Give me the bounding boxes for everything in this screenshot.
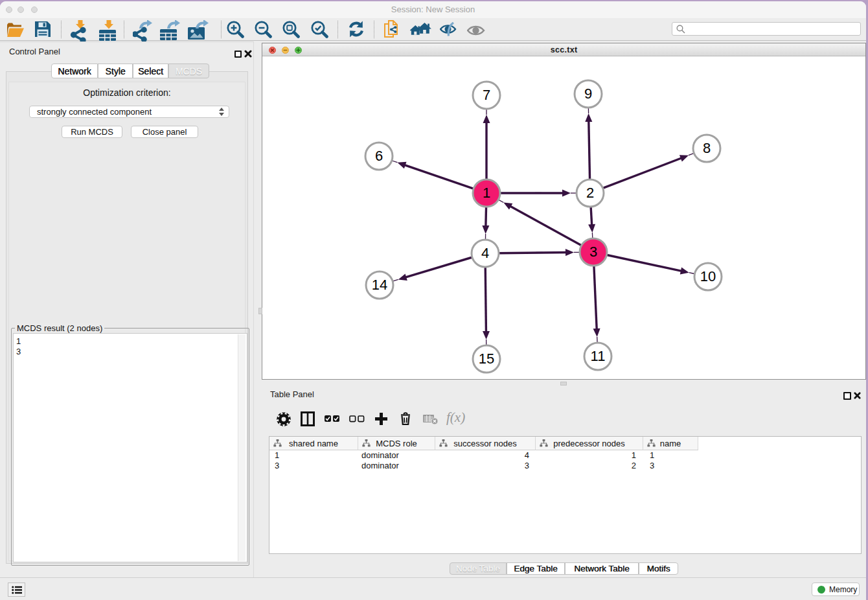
- svg-text:11: 11: [590, 348, 605, 364]
- svg-text:9: 9: [584, 86, 591, 102]
- svg-text:10: 10: [700, 268, 715, 284]
- svg-text:7: 7: [482, 87, 490, 103]
- svg-text:2: 2: [586, 185, 593, 201]
- svg-text:3: 3: [589, 244, 597, 260]
- svg-text:14: 14: [371, 277, 387, 293]
- svg-text:4: 4: [481, 245, 488, 261]
- svg-text:8: 8: [702, 140, 710, 156]
- svg-text:1: 1: [482, 185, 490, 201]
- svg-text:15: 15: [478, 351, 494, 367]
- svg-text:6: 6: [374, 148, 382, 164]
